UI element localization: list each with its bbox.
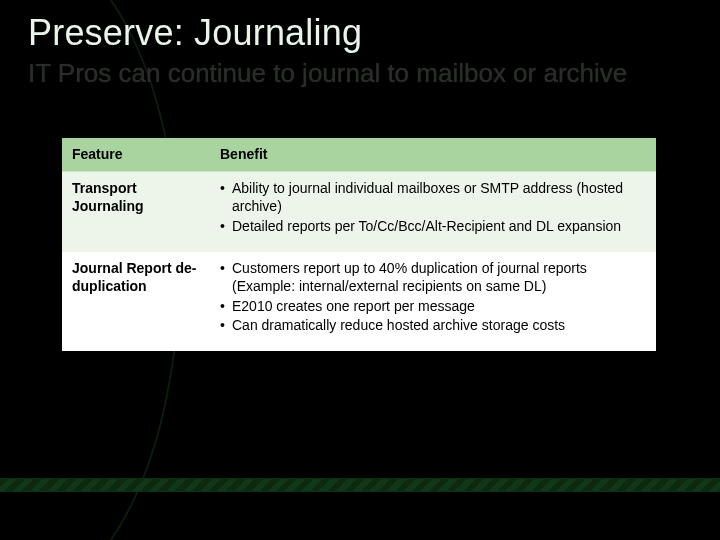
column-header-benefit: Benefit	[210, 138, 656, 172]
benefit-list: Customers report up to 40% duplication o…	[220, 260, 646, 336]
table-row: Journal Report de-duplication Customers …	[62, 252, 656, 352]
feature-cell: Journal Report de-duplication	[62, 252, 210, 352]
slide: Preserve: Journaling IT Pros can continu…	[0, 0, 720, 540]
benefit-item: Can dramatically reduce hosted archive s…	[220, 317, 646, 335]
benefit-item: Ability to journal individual mailboxes …	[220, 180, 646, 216]
feature-table: Feature Benefit Transport Journaling Abi…	[62, 138, 656, 351]
benefit-cell: Customers report up to 40% duplication o…	[210, 252, 656, 352]
benefit-item: Customers report up to 40% duplication o…	[220, 260, 646, 296]
benefit-item: E2010 creates one report per message	[220, 298, 646, 316]
decorative-band	[0, 478, 720, 492]
feature-table-wrap: Feature Benefit Transport Journaling Abi…	[62, 138, 656, 351]
page-subtitle: IT Pros can continue to journal to mailb…	[28, 58, 627, 89]
table-row: Transport Journaling Ability to journal …	[62, 172, 656, 252]
feature-cell: Transport Journaling	[62, 172, 210, 252]
table-header-row: Feature Benefit	[62, 138, 656, 172]
benefit-item: Detailed reports per To/Cc/Bcc/Alt-Recip…	[220, 218, 646, 236]
benefit-cell: Ability to journal individual mailboxes …	[210, 172, 656, 252]
benefit-list: Ability to journal individual mailboxes …	[220, 180, 646, 236]
column-header-feature: Feature	[62, 138, 210, 172]
page-title: Preserve: Journaling	[28, 12, 362, 54]
